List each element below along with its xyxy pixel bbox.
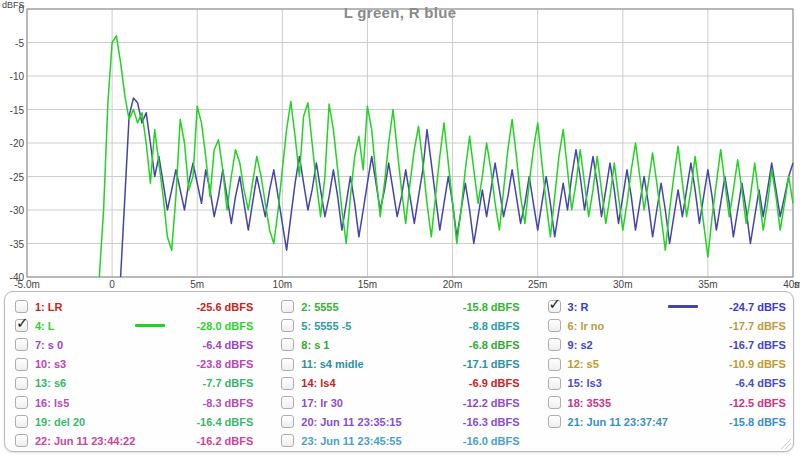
legend-item[interactable]: 5: 5555 -5 -8.8 dBFS	[271, 316, 537, 335]
legend-checkbox[interactable]	[281, 396, 294, 409]
legend-item-value: -6.4 dBFS	[169, 339, 253, 351]
legend-item-value: -6.9 dBFS	[436, 377, 520, 389]
x-tick-label: 25m	[513, 279, 563, 290]
legend-item[interactable]: 22: Jun 11 23:44:22 -16.2 dBFS	[5, 431, 271, 450]
legend-item-label: 7: s 0	[35, 339, 63, 351]
legend-checkbox[interactable]	[548, 338, 561, 351]
legend-checkbox[interactable]	[15, 358, 28, 371]
legend-item[interactable]: 16: ls5 -8.3 dBFS	[5, 393, 271, 412]
y-tick-label: -15	[0, 105, 24, 116]
legend-item-value: -6.4 dBFS	[702, 377, 786, 389]
legend-item-label: 14: ls4	[301, 377, 335, 389]
legend-item[interactable]: 1: LR -25.6 dBFS	[5, 297, 271, 316]
legend-item[interactable]: 17: lr 30 -12.2 dBFS	[271, 393, 537, 412]
y-tick-label: -5	[0, 38, 24, 49]
legend-checkbox[interactable]	[15, 338, 28, 351]
trace-R	[121, 98, 793, 277]
legend-item[interactable]: 14: ls4 -6.9 dBFS	[271, 374, 537, 393]
legend-item[interactable]: 12: s5 -10.9 dBFS	[538, 355, 800, 374]
legend-checkbox[interactable]	[15, 415, 28, 428]
legend-checkbox[interactable]	[281, 300, 294, 313]
x-tick-label: 30m	[598, 279, 648, 290]
legend-item-value: -16.0 dBFS	[436, 435, 520, 447]
legend-item-value: -17.1 dBFS	[436, 358, 520, 370]
legend-item-value: -7.7 dBFS	[169, 377, 253, 389]
legend-item[interactable]: 15: ls3 -6.4 dBFS	[538, 374, 800, 393]
x-tick-label: 35m	[683, 279, 733, 290]
legend-item[interactable]: 2: 5555 -15.8 dBFS	[271, 297, 537, 316]
legend-swatch-box	[135, 324, 169, 327]
legend-checkbox[interactable]	[281, 434, 294, 447]
y-tick-label: -10	[0, 71, 24, 82]
legend-swatch-box	[668, 305, 702, 308]
legend-item-label: 11: s4 midle	[301, 358, 363, 370]
legend-item-value: -24.7 dBFS	[702, 301, 786, 313]
legend-item[interactable]: 3: R -24.7 dBFS	[538, 297, 800, 316]
legend-item-label: 17: lr 30	[301, 397, 343, 409]
legend-item[interactable]: 23: Jun 11 23:45:55 -16.0 dBFS	[271, 431, 537, 450]
legend-item[interactable]: 10: s3 -23.8 dBFS	[5, 355, 271, 374]
legend-item-label: 21: Jun 11 23:37:47	[568, 416, 668, 428]
legend-item[interactable]: 20: Jun 11 23:35:15 -16.3 dBFS	[271, 412, 537, 431]
legend-item-label: 10: s3	[35, 358, 66, 370]
x-tick-label: 10m	[257, 279, 307, 290]
legend-checkbox[interactable]	[15, 300, 28, 313]
legend-checkbox[interactable]	[548, 396, 561, 409]
legend-item[interactable]: 8: s 1 -6.8 dBFS	[271, 335, 537, 354]
legend-checkbox[interactable]	[548, 358, 561, 371]
y-tick-label: -20	[0, 138, 24, 149]
legend-item-label: 20: Jun 11 23:35:15	[301, 416, 401, 428]
x-tick-label: -5.0m	[2, 279, 52, 290]
legend-item[interactable]: 13: s6 -7.7 dBFS	[5, 374, 271, 393]
legend-item-label: 23: Jun 11 23:45:55	[301, 435, 401, 447]
legend-item[interactable]: 19: del 20 -16.4 dBFS	[5, 412, 271, 431]
legend-item-label: 8: s 1	[301, 339, 329, 351]
legend-item-label: 6: lr no	[568, 320, 605, 332]
measurement-legend-panel: 1: LR -25.6 dBFS 2: 5555 -15.8 dBFS 3: R…	[4, 291, 794, 452]
legend-item-value: -6.8 dBFS	[436, 339, 520, 351]
legend-checkbox[interactable]	[15, 377, 28, 390]
etc-chart: dBFS L green, R blue s 0-5-10-15-20-25-3…	[0, 0, 800, 291]
legend-checkbox[interactable]	[548, 319, 561, 332]
legend-checkbox[interactable]	[15, 396, 28, 409]
legend-checkbox[interactable]	[15, 434, 28, 447]
legend-item-value: -23.8 dBFS	[169, 358, 253, 370]
resize-grip-icon[interactable]	[781, 439, 791, 449]
legend-item[interactable]: 7: s 0 -6.4 dBFS	[5, 335, 271, 354]
legend-checkbox[interactable]	[15, 319, 28, 332]
x-tick-label: 20m	[428, 279, 478, 290]
legend-item[interactable]: 21: Jun 11 23:37:47 -15.8 dBFS	[538, 412, 800, 431]
x-tick-label: 5m	[172, 279, 222, 290]
legend-item-value: -8.8 dBFS	[436, 320, 520, 332]
legend-item-label: 5: 5555 -5	[301, 320, 351, 332]
legend-checkbox[interactable]	[548, 415, 561, 428]
legend-item[interactable]: 6: lr no -17.7 dBFS	[538, 316, 800, 335]
legend-checkbox[interactable]	[548, 300, 561, 313]
legend-checkbox[interactable]	[281, 415, 294, 428]
legend-item-label: 9: s2	[568, 339, 593, 351]
legend-item-value: -16.7 dBFS	[702, 339, 786, 351]
x-tick-label: 40m	[768, 279, 800, 290]
legend-checkbox[interactable]	[281, 377, 294, 390]
legend-checkbox[interactable]	[281, 338, 294, 351]
legend-item[interactable]: 9: s2 -16.7 dBFS	[538, 335, 800, 354]
legend-item-label: 13: s6	[35, 377, 66, 389]
legend-item-label: 4: L	[35, 320, 55, 332]
legend-checkbox[interactable]	[281, 319, 294, 332]
legend-item-label: 2: 5555	[301, 301, 338, 313]
legend-item-value: -15.8 dBFS	[436, 301, 520, 313]
legend-item-value: -12.2 dBFS	[436, 397, 520, 409]
legend-item[interactable]: 18: 3535 -12.5 dBFS	[538, 393, 800, 412]
y-tick-label: -30	[0, 205, 24, 216]
legend-checkbox[interactable]	[281, 358, 294, 371]
legend-item-value: -8.3 dBFS	[169, 397, 253, 409]
legend-checkbox[interactable]	[548, 377, 561, 390]
y-tick-label: -35	[0, 239, 24, 250]
legend-item-value: -16.3 dBFS	[436, 416, 520, 428]
y-tick-label: -25	[0, 172, 24, 183]
legend-item-value: -15.8 dBFS	[702, 416, 786, 428]
legend-item-label: 19: del 20	[35, 416, 85, 428]
x-tick-label: 15m	[342, 279, 392, 290]
legend-item[interactable]: 4: L -28.0 dBFS	[5, 316, 271, 335]
legend-item[interactable]: 11: s4 midle -17.1 dBFS	[271, 355, 537, 374]
